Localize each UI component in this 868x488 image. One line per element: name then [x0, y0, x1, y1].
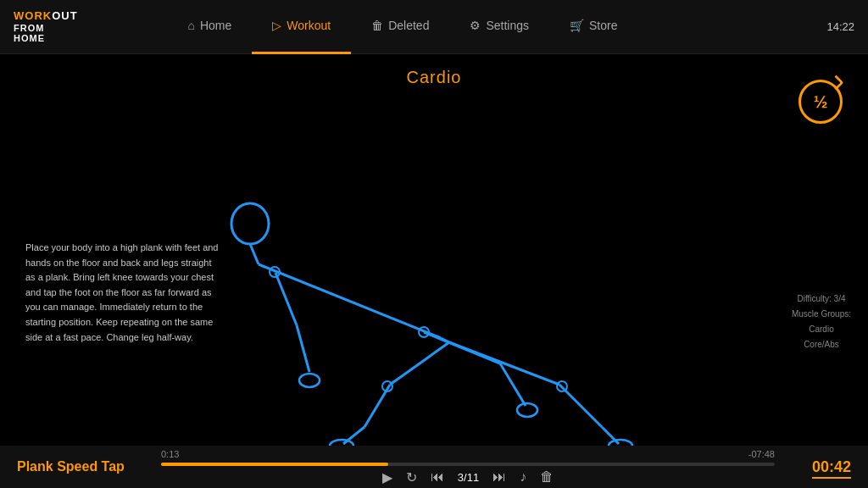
- svg-point-14: [299, 374, 320, 387]
- difficulty-label: Difficulty: 3/4: [792, 291, 851, 307]
- deleted-icon: 🗑: [371, 19, 383, 32]
- track-counter: 3/11: [458, 471, 479, 484]
- progress-times: 0:13 -07:48: [161, 449, 775, 459]
- svg-point-15: [517, 403, 537, 417]
- time-elapsed: 0:13: [161, 449, 179, 459]
- next-track-button[interactable]: ⏭: [492, 469, 506, 485]
- prev-track-button[interactable]: ⏮: [431, 469, 444, 485]
- nav-label-deleted: Deleted: [388, 19, 429, 32]
- nav-item-settings[interactable]: ⚙ Settings: [449, 0, 549, 54]
- exercise-figure: [186, 139, 661, 461]
- store-icon: 🛒: [570, 19, 584, 32]
- progress-bar-fill: [161, 463, 388, 466]
- nav-items: ⌂ Home ▷ Workout 🗑 Deleted ⚙ Settings 🛒 …: [167, 0, 637, 54]
- category-title: Cardio: [407, 68, 462, 87]
- nav-item-store[interactable]: 🛒 Store: [549, 0, 637, 54]
- nav-label-settings: Settings: [486, 19, 529, 32]
- workout-icon: ▷: [272, 19, 281, 32]
- difficulty-info: Difficulty: 3/4 Muscle Groups: Cardio Co…: [792, 291, 851, 352]
- svg-line-4: [297, 325, 309, 372]
- app-logo: WORKOUT FROM HOME: [14, 10, 73, 42]
- svg-line-1: [250, 244, 259, 264]
- time-display-remaining: 00:42: [783, 458, 851, 476]
- muscle-groups-val2: Core/Abs: [792, 337, 851, 352]
- repeat-circle: ½: [798, 80, 843, 124]
- nav-item-home[interactable]: ⌂ Home: [167, 0, 252, 54]
- bottom-bar: Plank Speed Tap 0:13 -07:48 ▶ ↻ ⏮ 3/11 ⏭…: [0, 446, 868, 488]
- nav-label-home: Home: [200, 19, 231, 32]
- progress-container: 0:13 -07:48 ▶ ↻ ⏮ 3/11 ⏭ ♪ 🗑: [161, 449, 775, 485]
- logo-line2: FROM: [14, 23, 73, 33]
- nav-item-deleted[interactable]: 🗑 Deleted: [351, 0, 449, 54]
- nav-item-workout[interactable]: ▷ Workout: [252, 0, 351, 54]
- svg-line-11: [449, 342, 559, 385]
- svg-line-10: [343, 427, 364, 444]
- logo-line3: HOME: [14, 33, 73, 43]
- svg-line-3: [275, 273, 297, 325]
- clock-display: 14:22: [826, 20, 854, 33]
- music-button[interactable]: ♪: [520, 469, 526, 485]
- main-content: Cardio ½ Place your body into a high pla…: [0, 54, 868, 488]
- svg-line-12: [559, 385, 602, 427]
- top-nav: WORKOUT FROM HOME ⌂ Home ▷ Workout 🗑 Del…: [0, 0, 868, 54]
- nav-label-workout: Workout: [287, 19, 331, 32]
- time-remaining: -07:48: [748, 449, 775, 459]
- muscle-groups-val1: Cardio: [792, 322, 851, 337]
- delete-button[interactable]: 🗑: [540, 469, 554, 485]
- repeat-icon-container: ½: [798, 80, 843, 124]
- exercise-name: Plank Speed Tap: [17, 459, 153, 474]
- progress-bar[interactable]: [161, 463, 775, 466]
- logo-line1: WORKOUT: [14, 10, 73, 22]
- svg-line-8: [390, 342, 449, 385]
- home-icon: ⌂: [187, 19, 194, 32]
- logo-line1b: OUT: [52, 9, 77, 22]
- replay-button[interactable]: ↻: [406, 469, 417, 485]
- settings-icon: ⚙: [470, 19, 481, 32]
- time-value: 00:42: [812, 458, 851, 479]
- repeat-half-label: ½: [814, 92, 828, 112]
- muscle-groups-label: Muscle Groups:: [792, 307, 851, 322]
- svg-point-0: [231, 203, 269, 244]
- nav-label-store: Store: [589, 19, 617, 32]
- playback-controls: ▶ ↻ ⏮ 3/11 ⏭ ♪ 🗑: [382, 469, 554, 485]
- play-button[interactable]: ▶: [382, 469, 392, 485]
